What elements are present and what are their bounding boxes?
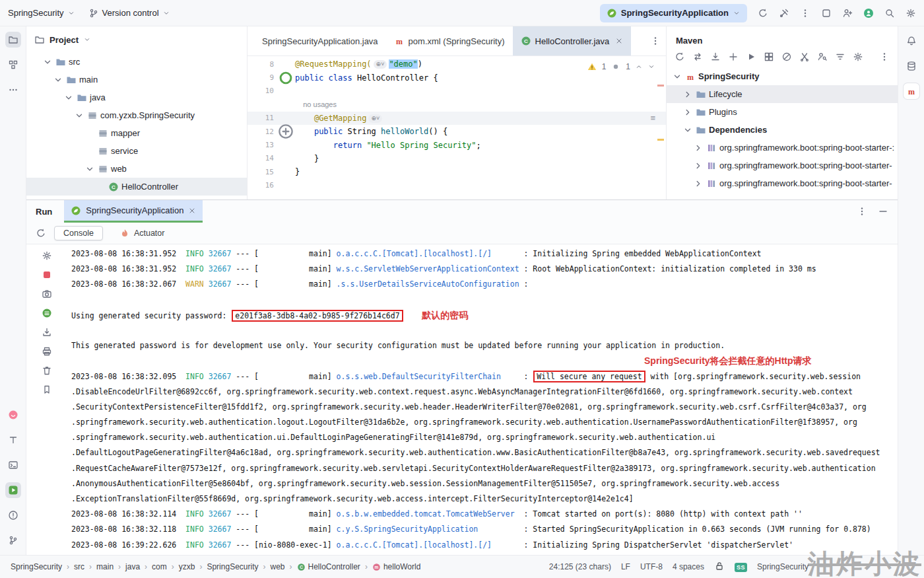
tool-window-layout-icon[interactable] [821, 8, 832, 18]
download-sources-icon[interactable] [710, 52, 721, 62]
chevron-down-icon[interactable] [84, 164, 95, 174]
breadcrumb-item[interactable]: src [73, 562, 86, 571]
run-config-selector[interactable]: SpringSecurityApplication [600, 4, 747, 22]
chevron-down-icon[interactable] [682, 125, 693, 135]
database-tool-icon[interactable] [906, 61, 917, 71]
plusgut-gutter-icon[interactable] [277, 122, 295, 141]
more-tool-windows-icon[interactable] [8, 85, 18, 95]
tree-item-com-yzxb-springsecurity[interactable]: com.yzxb.SpringSecurity [26, 106, 247, 124]
run-configuration-tab[interactable]: SpringSecurityApplication [64, 200, 203, 223]
minimize-icon[interactable] [878, 206, 888, 217]
tree-item-hellocontroller[interactable]: CHelloController [26, 178, 247, 196]
filter-icon[interactable] [835, 52, 845, 62]
reload-maven-icon[interactable] [675, 52, 685, 62]
breadcrumb-item[interactable]: com [150, 562, 168, 571]
tree-item-org-springframework-boot-spring-boot-starter-[interactable]: org.springframework.boot:spring-boot-sta… [667, 174, 898, 192]
error-stripe-marker[interactable] [657, 85, 664, 87]
plugin-badge[interactable]: SS [735, 562, 747, 571]
generate-sources-icon[interactable] [692, 52, 703, 62]
status-widget[interactable]: UTF-8 [640, 562, 663, 571]
breadcrumb-item[interactable]: yzxb [178, 562, 197, 571]
code-with-me-icon[interactable] [842, 8, 853, 18]
add-maven-project-icon[interactable] [728, 52, 739, 62]
lock-widget[interactable] [714, 561, 725, 573]
run-tool-icon[interactable] [5, 482, 21, 498]
chevron-right-icon[interactable] [682, 89, 693, 100]
close-icon[interactable] [188, 207, 196, 215]
execute-goal-icon[interactable] [746, 52, 756, 62]
vcs-widget[interactable]: Version control [88, 8, 170, 18]
problems-tool-icon[interactable] [8, 510, 18, 521]
editor-tab-pom-xml-springsecurity-[interactable]: mpom.xml (SpringSecurity) [386, 26, 513, 55]
status-widget[interactable]: 24:125 (23 chars) [549, 562, 611, 571]
rerun-icon[interactable] [758, 8, 768, 18]
credentials-icon[interactable] [817, 52, 828, 62]
pin-icon[interactable] [42, 384, 52, 395]
console-output[interactable]: 2023-08-08 16:38:31.952 INFO 32667 --- [… [67, 245, 898, 555]
skip-tests-icon[interactable] [799, 52, 810, 62]
maven-more-icon[interactable] [879, 52, 890, 62]
chevron-down-icon[interactable] [63, 92, 74, 103]
chevron-right-icon[interactable] [693, 161, 704, 171]
offline-mode-icon[interactable] [781, 52, 792, 62]
tab-options-icon[interactable] [650, 36, 661, 46]
rerun-icon[interactable] [36, 228, 46, 238]
breadcrumb-item[interactable]: CHelloController [296, 562, 362, 571]
chevron-down-icon[interactable] [53, 75, 63, 85]
breadcrumb-item[interactable]: SpringSecurity [9, 562, 63, 571]
terminal-tool-icon[interactable] [8, 460, 18, 470]
tree-item-org-springframework-boot-spring-boot-starter-[interactable]: org.springframework.boot:spring-boot-sta… [667, 157, 898, 174]
tree-item-lifecycle[interactable]: Lifecycle [667, 85, 898, 103]
chevron-down-icon[interactable] [42, 57, 53, 67]
line-menu-icon[interactable]: ≡ [650, 113, 655, 123]
build-tools-icon[interactable] [779, 8, 789, 18]
tree-item-plugins[interactable]: Plugins [667, 103, 898, 121]
notifications-bell-icon[interactable] [906, 36, 917, 46]
run-options-icon[interactable] [857, 206, 867, 217]
heart-icon[interactable] [8, 410, 18, 420]
tree-item-org-springframework-boot-spring-boot-starter-[interactable]: org.springframework.boot:spring-boot-sta… [667, 139, 898, 157]
thread-dump-icon[interactable] [42, 289, 52, 299]
structure-tool-icon[interactable] [8, 59, 18, 70]
user-avatar-icon[interactable] [863, 8, 874, 18]
search-everywhere-icon[interactable] [884, 8, 895, 18]
breadcrumb-item[interactable]: mhelloWorld [371, 562, 422, 571]
settings-icon[interactable] [906, 8, 916, 18]
tab-actuator[interactable]: Actuator [111, 226, 174, 240]
tree-item-web[interactable]: web [26, 160, 247, 178]
status-widget[interactable]: SpringSecurity [757, 562, 808, 571]
maven-tool-icon[interactable]: m [904, 83, 919, 99]
status-widget[interactable]: 4 spaces [673, 562, 704, 571]
profiles-icon[interactable] [764, 52, 774, 62]
editor-tab-hellocontroller-java[interactable]: CHelloController.java [513, 26, 632, 55]
warning-stripe-marker[interactable] [657, 139, 664, 141]
resume-icon[interactable] [42, 308, 52, 318]
tree-item-dependencies[interactable]: Dependencies [667, 121, 898, 139]
tree-item-springsecurity[interactable]: mSpringSecurity [667, 67, 898, 85]
status-widget[interactable]: LF [621, 562, 630, 571]
close-icon[interactable] [615, 37, 623, 45]
chevron-right-icon[interactable] [693, 143, 704, 153]
breadcrumb-item[interactable]: web [269, 562, 286, 571]
editor-tab-springsecurityapplication-java[interactable]: SpringSecurityApplication.java [254, 26, 386, 55]
breadcrumb-item[interactable]: java [124, 562, 141, 571]
tree-item-mapper[interactable]: mapper [26, 124, 247, 142]
project-tool-icon[interactable] [5, 32, 21, 48]
code-area[interactable]: 8@RequestMapping(⊕˅"demo")9public class … [248, 56, 666, 198]
tab-console[interactable]: Console [54, 226, 103, 240]
version-control-tool-icon[interactable] [8, 535, 18, 546]
tree-item-src[interactable]: src [26, 53, 247, 71]
tree-item-java[interactable]: java [26, 89, 247, 106]
maven-settings-icon[interactable] [853, 52, 863, 62]
tree-item-main[interactable]: main [26, 71, 247, 89]
bean-gutter-icon[interactable] [277, 69, 295, 87]
chevron-down-icon[interactable] [74, 110, 84, 121]
breadcrumb-item[interactable]: SpringSecurity [205, 562, 259, 571]
project-panel-header[interactable]: Project [26, 26, 247, 53]
breadcrumb-item[interactable]: main [95, 562, 115, 571]
tree-item-service[interactable]: service [26, 142, 247, 160]
chevron-right-icon[interactable] [682, 107, 693, 118]
clear-all-icon[interactable] [42, 365, 52, 376]
chevron-down-icon[interactable] [672, 71, 682, 82]
more-actions-icon[interactable] [800, 8, 810, 18]
